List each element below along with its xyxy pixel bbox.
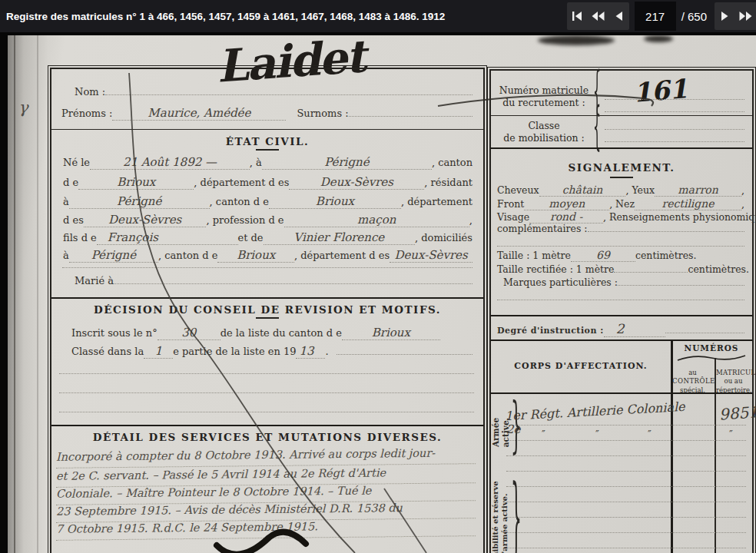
colhead-line: CONTRÔLE [672, 377, 715, 385]
services-heading: DÉTAIL DES SERVICES ET MUTATIONS DIVERSE… [51, 431, 483, 443]
next-page-button[interactable] [715, 2, 735, 30]
right-form-box: Numéro matricule du recrutement : { 161 … [489, 69, 754, 553]
dotted-rule [605, 99, 744, 100]
next-page-icon [721, 11, 729, 22]
profession-label: , profession d e [206, 214, 284, 226]
departement-des-label: , département d es [294, 250, 390, 261]
nom-field: Nom : [75, 86, 472, 98]
classe-mob-line1: Classe [528, 120, 559, 131]
degre-value: 2 [604, 321, 665, 337]
yeux-value: marron [655, 184, 741, 197]
matricule-row1-value: 9851 [718, 402, 756, 423]
departement-residence-value: Deux-Sèvres [84, 213, 207, 227]
numeros-brace [676, 354, 747, 362]
section-rule [51, 297, 483, 299]
centimetres-label: centimètres. [688, 263, 749, 275]
ne-le-label: Né le [63, 157, 90, 168]
section-rule [491, 315, 752, 316]
departement-label: , département [401, 196, 472, 207]
canton-naissance-value: Brioux [78, 175, 194, 190]
page-number-input[interactable] [635, 2, 676, 31]
first-page-button[interactable] [567, 2, 588, 30]
taille-rectifiee-field: Taille rectifiée : 1 mètre centimètres. [497, 263, 744, 275]
dotted-rule [59, 373, 474, 374]
ink-smudge [538, 35, 615, 45]
a-label: , à [250, 157, 262, 168]
classe-label: Classé dans la [71, 346, 144, 357]
inscrit-field: Inscrit sous le n° 30 de la liste du can… [71, 326, 391, 340]
nom-label: Nom : [75, 86, 105, 98]
etat-civil-line: d es Deux-Sèvres , profession d e maçon … [63, 213, 472, 227]
dotted-rule [605, 141, 744, 142]
divider-rule [491, 115, 752, 116]
prenoms-label: Prénoms : [61, 108, 112, 119]
dotted-rule [59, 392, 474, 393]
inscrit-label: Inscrit sous le n° [71, 327, 158, 339]
nez-value: rectiligne [635, 197, 741, 210]
marques-label: Marques particulières : [503, 276, 618, 288]
table-row-rule [506, 440, 746, 441]
classe-mob-line2: de mobilisation : [503, 132, 584, 144]
disponibilite-group: Disponibilité et réserve de l'armée acti… [489, 478, 512, 553]
canton-label: , canton [432, 157, 472, 168]
etat-civil-line: fils d e François et de Vinier Florence … [63, 230, 472, 245]
table-row-rule [506, 532, 746, 533]
section-rule [491, 147, 752, 149]
centimetres-label: centimètres. [635, 250, 697, 261]
marie-line [114, 283, 472, 284]
fast-forward-button[interactable] [735, 2, 756, 30]
taille-field: Taille : 1 mètre 69 centimètres. [497, 249, 744, 262]
visage-label: Visage [497, 211, 529, 223]
colhead-line: ou au [724, 377, 743, 385]
ink-smudge [644, 35, 673, 42]
blank-line [337, 354, 472, 355]
ditto-mark: ″ [648, 429, 652, 440]
marques-field: Marques particulières : [503, 276, 744, 288]
section-rule [491, 339, 752, 341]
divider-rule [51, 129, 483, 130]
services-line: Incorporé à compter du 8 Octobre 1913. A… [56, 446, 476, 469]
register-viewer: Registre des matricules n° 1 à 466, 1456… [0, 0, 756, 553]
renseignements-label: , Renseignements physionomiques [603, 211, 756, 223]
degre-field: Degré d'instruction : 2 [497, 321, 744, 337]
canton-de-label: , canton d e [158, 250, 217, 261]
fast-rewind-button[interactable] [588, 2, 608, 30]
heading-underline [610, 177, 633, 178]
front-value: moyen [524, 197, 609, 210]
partie-liste-label: e partie de la liste en 19 [173, 346, 296, 357]
ditto-mark: ″ [595, 429, 599, 440]
viewer-toolbar: Registre des matricules n° 1 à 466, 1456… [0, 0, 756, 32]
blank-line [588, 231, 744, 232]
matricule-label: Numéro matricule du recrutement : [497, 84, 591, 108]
dotted-rule [497, 300, 744, 300]
corps-affectation-header: CORPS D'AFFECTATION. [493, 361, 668, 371]
nez-label: , Nez [609, 198, 635, 210]
taille-label: Taille : 1 mètre [497, 250, 571, 261]
matricule-value: 161 [632, 73, 688, 108]
prenoms-value: Maurice, Amédée [112, 106, 286, 121]
fast-forward-icon [739, 11, 752, 22]
page-crease [14, 35, 15, 553]
comma-label: , [741, 184, 744, 196]
dotted-rule [605, 129, 744, 130]
heading-underline [256, 149, 279, 151]
previous-page-button[interactable] [608, 2, 629, 30]
section-rule [51, 425, 483, 426]
nom-line [105, 94, 472, 95]
canton-liste-value: Brioux [342, 326, 440, 340]
visage-value: rond - [529, 210, 603, 224]
yeux-label: , Yeux [625, 184, 655, 196]
corps-row1-value: 1er Régt. Artillerie Coloniale [505, 399, 685, 423]
blank-line [618, 285, 744, 286]
table-header-rule [491, 392, 752, 394]
surnoms-line [349, 116, 472, 117]
table-row-rule [506, 548, 746, 548]
page-total-label: / 650 [681, 10, 707, 23]
table-row-rule [506, 455, 746, 456]
marie-label: Marié à [75, 275, 114, 286]
document-page-scan: γ Laidet Nom : Prénoms : Maurice, Amédée… [8, 35, 756, 553]
taille-value: 69 [571, 249, 635, 262]
controle-special-header: au CONTRÔLE spécial. [672, 369, 713, 395]
disponibilite-label: Disponibilité et réserve [491, 481, 500, 553]
canton-de-label: , canton d e [210, 196, 269, 207]
